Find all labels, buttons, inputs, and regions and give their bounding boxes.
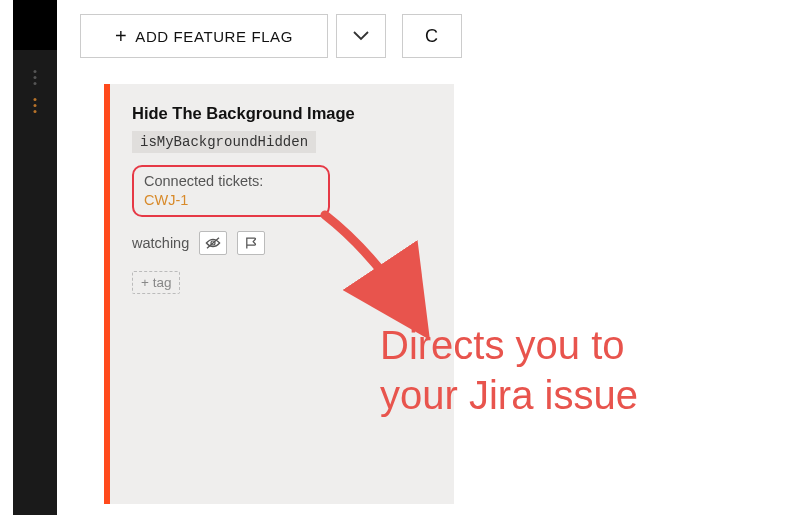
sidebar: [13, 0, 57, 515]
flag-icon: [243, 236, 259, 250]
visibility-toggle-button[interactable]: [199, 231, 227, 255]
main-content: + ADD FEATURE FLAG C Hide The Background…: [80, 14, 790, 504]
eye-off-icon: [205, 236, 221, 250]
watch-row: watching: [132, 231, 434, 255]
ticket-link[interactable]: CWJ-1: [144, 192, 188, 208]
add-tag-button[interactable]: + tag: [132, 271, 180, 294]
feature-flag-title: Hide The Background Image: [132, 104, 434, 123]
flag-toggle-button[interactable]: [237, 231, 265, 255]
watching-label: watching: [132, 235, 189, 251]
sidebar-menu-dots-2[interactable]: [34, 98, 37, 113]
connected-tickets-box: Connected tickets: CWJ-1: [132, 165, 330, 217]
add-feature-flag-button[interactable]: + ADD FEATURE FLAG: [80, 14, 328, 58]
card-body: Hide The Background Image isMyBackground…: [110, 84, 454, 504]
feature-flag-key: isMyBackgroundHidden: [132, 131, 316, 153]
add-dropdown-button[interactable]: [336, 14, 386, 58]
add-feature-flag-label: ADD FEATURE FLAG: [135, 28, 293, 45]
sidebar-logo-area: [13, 0, 57, 50]
plus-icon: +: [115, 25, 127, 48]
toolbar: + ADD FEATURE FLAG C: [80, 14, 790, 58]
connected-tickets-label: Connected tickets:: [144, 173, 318, 189]
sidebar-menu-dots-1[interactable]: [34, 70, 37, 85]
toolbar-c-label: C: [425, 26, 439, 47]
chevron-down-icon: [353, 31, 369, 41]
toolbar-c-button[interactable]: C: [402, 14, 462, 58]
feature-flag-card: Hide The Background Image isMyBackground…: [104, 84, 454, 504]
